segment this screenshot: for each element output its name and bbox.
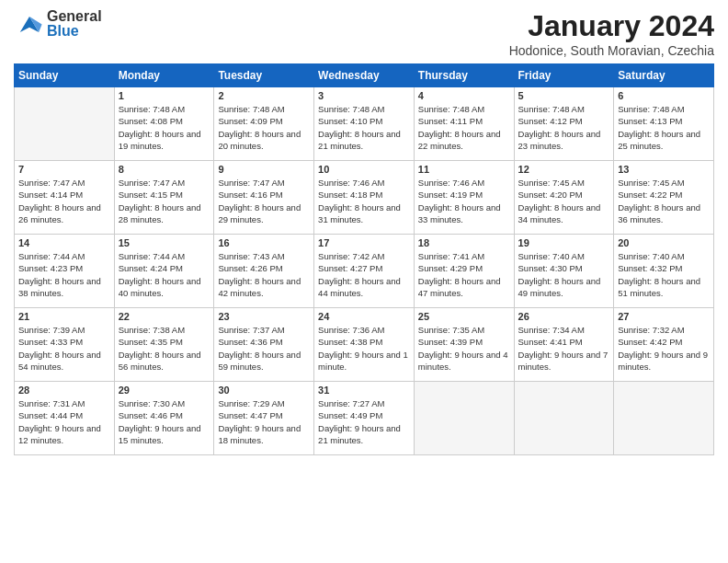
day-number: 17 [318,237,410,248]
day-info: Sunrise: 7:34 AM Sunset: 4:41 PM Dayligh… [518,324,610,373]
day-info: Sunrise: 7:47 AM Sunset: 4:15 PM Dayligh… [119,177,210,225]
day-number: 15 [119,237,210,248]
calendar-cell: 28Sunrise: 7:31 AM Sunset: 4:44 PM Dayli… [15,382,115,455]
day-info: Sunrise: 7:32 AM Sunset: 4:42 PM Dayligh… [618,324,710,373]
calendar-cell: 29Sunrise: 7:30 AM Sunset: 4:46 PM Dayli… [114,382,214,455]
logo: General Blue [14,9,102,39]
calendar-cell [514,382,614,455]
calendar-cell: 11Sunrise: 7:46 AM Sunset: 4:19 PM Dayli… [414,161,514,235]
calendar-week-row: 14Sunrise: 7:44 AM Sunset: 4:23 PM Dayli… [15,235,714,308]
weekday-header: Saturday [614,64,714,87]
day-number: 13 [618,164,710,175]
day-number: 2 [218,90,310,101]
day-number: 22 [119,311,210,322]
weekday-header: Tuesday [214,64,314,87]
day-number: 7 [18,164,110,175]
day-number: 5 [518,90,610,101]
day-number: 24 [318,311,410,322]
calendar-cell: 26Sunrise: 7:34 AM Sunset: 4:41 PM Dayli… [514,308,614,382]
weekday-header: Wednesday [314,64,415,87]
calendar-cell: 20Sunrise: 7:40 AM Sunset: 4:32 PM Dayli… [614,235,714,308]
day-info: Sunrise: 7:48 AM Sunset: 4:10 PM Dayligh… [318,103,410,152]
day-number: 29 [119,385,210,396]
day-number: 23 [218,311,310,322]
calendar-cell: 19Sunrise: 7:40 AM Sunset: 4:30 PM Dayli… [514,235,614,308]
day-number: 4 [418,90,510,101]
calendar-cell: 27Sunrise: 7:32 AM Sunset: 4:42 PM Dayli… [614,308,714,382]
calendar-cell: 13Sunrise: 7:45 AM Sunset: 4:22 PM Dayli… [614,161,714,235]
day-number: 12 [518,164,610,175]
calendar-week-row: 1Sunrise: 7:48 AM Sunset: 4:08 PM Daylig… [15,87,714,161]
calendar-cell: 6Sunrise: 7:48 AM Sunset: 4:13 PM Daylig… [614,87,714,161]
day-number: 1 [119,90,210,101]
day-number: 16 [218,237,310,248]
day-number: 30 [218,385,310,396]
day-info: Sunrise: 7:30 AM Sunset: 4:46 PM Dayligh… [119,397,210,446]
day-info: Sunrise: 7:41 AM Sunset: 4:29 PM Dayligh… [418,250,510,299]
day-info: Sunrise: 7:44 AM Sunset: 4:24 PM Dayligh… [119,250,210,299]
calendar-cell: 30Sunrise: 7:29 AM Sunset: 4:47 PM Dayli… [214,382,314,455]
day-number: 3 [318,90,410,101]
calendar-cell: 5Sunrise: 7:48 AM Sunset: 4:12 PM Daylig… [514,87,614,161]
weekday-header: Friday [514,64,614,87]
day-info: Sunrise: 7:31 AM Sunset: 4:44 PM Dayligh… [18,397,110,446]
day-info: Sunrise: 7:42 AM Sunset: 4:27 PM Dayligh… [318,250,410,299]
calendar-cell: 17Sunrise: 7:42 AM Sunset: 4:27 PM Dayli… [314,235,415,308]
day-info: Sunrise: 7:46 AM Sunset: 4:19 PM Dayligh… [418,177,510,225]
logo-general: General [47,9,102,24]
calendar-week-row: 7Sunrise: 7:47 AM Sunset: 4:14 PM Daylig… [15,161,714,235]
day-number: 19 [518,237,610,248]
calendar-cell: 2Sunrise: 7:48 AM Sunset: 4:09 PM Daylig… [214,87,314,161]
day-number: 20 [618,237,710,248]
calendar-cell: 9Sunrise: 7:47 AM Sunset: 4:16 PM Daylig… [214,161,314,235]
day-info: Sunrise: 7:48 AM Sunset: 4:11 PM Dayligh… [418,103,510,152]
day-number: 27 [618,311,710,322]
day-info: Sunrise: 7:27 AM Sunset: 4:49 PM Dayligh… [318,397,410,446]
calendar-week-row: 21Sunrise: 7:39 AM Sunset: 4:33 PM Dayli… [15,308,714,382]
day-info: Sunrise: 7:46 AM Sunset: 4:18 PM Dayligh… [318,177,410,225]
calendar-cell: 31Sunrise: 7:27 AM Sunset: 4:49 PM Dayli… [314,382,415,455]
calendar-cell: 16Sunrise: 7:43 AM Sunset: 4:26 PM Dayli… [214,235,314,308]
day-info: Sunrise: 7:45 AM Sunset: 4:20 PM Dayligh… [518,177,610,225]
calendar-table: SundayMondayTuesdayWednesdayThursdayFrid… [14,63,714,455]
day-info: Sunrise: 7:29 AM Sunset: 4:47 PM Dayligh… [218,397,310,446]
day-number: 21 [18,311,110,322]
location: Hodonice, South Moravian, Czechia [509,43,714,58]
day-number: 31 [318,385,410,396]
day-info: Sunrise: 7:45 AM Sunset: 4:22 PM Dayligh… [618,177,710,225]
day-info: Sunrise: 7:48 AM Sunset: 4:08 PM Dayligh… [119,103,210,152]
day-info: Sunrise: 7:47 AM Sunset: 4:14 PM Dayligh… [18,177,110,225]
weekday-header: Thursday [414,64,514,87]
logo-icon [14,10,45,38]
calendar-cell: 8Sunrise: 7:47 AM Sunset: 4:15 PM Daylig… [114,161,214,235]
day-info: Sunrise: 7:48 AM Sunset: 4:13 PM Dayligh… [618,103,710,152]
calendar-cell: 15Sunrise: 7:44 AM Sunset: 4:24 PM Dayli… [114,235,214,308]
calendar-cell [614,382,714,455]
day-info: Sunrise: 7:47 AM Sunset: 4:16 PM Dayligh… [218,177,310,225]
day-number: 14 [18,237,110,248]
day-number: 8 [119,164,210,175]
calendar-cell: 21Sunrise: 7:39 AM Sunset: 4:33 PM Dayli… [15,308,115,382]
page-header: General Blue January 2024 Hodonice, Sout… [14,9,714,58]
weekday-header: Monday [114,64,214,87]
day-info: Sunrise: 7:35 AM Sunset: 4:39 PM Dayligh… [418,324,510,373]
month-title: January 2024 [509,9,714,43]
weekday-header: Sunday [15,64,115,87]
calendar-cell: 25Sunrise: 7:35 AM Sunset: 4:39 PM Dayli… [414,308,514,382]
calendar-cell: 7Sunrise: 7:47 AM Sunset: 4:14 PM Daylig… [15,161,115,235]
logo-blue: Blue [47,24,102,39]
calendar-cell: 24Sunrise: 7:36 AM Sunset: 4:38 PM Dayli… [314,308,415,382]
weekday-header-row: SundayMondayTuesdayWednesdayThursdayFrid… [15,64,714,87]
day-number: 10 [318,164,410,175]
day-info: Sunrise: 7:38 AM Sunset: 4:35 PM Dayligh… [119,324,210,373]
day-number: 28 [18,385,110,396]
calendar-cell [414,382,514,455]
day-info: Sunrise: 7:36 AM Sunset: 4:38 PM Dayligh… [318,324,410,373]
calendar-cell: 4Sunrise: 7:48 AM Sunset: 4:11 PM Daylig… [414,87,514,161]
day-info: Sunrise: 7:40 AM Sunset: 4:30 PM Dayligh… [518,250,610,299]
calendar-week-row: 28Sunrise: 7:31 AM Sunset: 4:44 PM Dayli… [15,382,714,455]
day-info: Sunrise: 7:40 AM Sunset: 4:32 PM Dayligh… [618,250,710,299]
day-info: Sunrise: 7:48 AM Sunset: 4:09 PM Dayligh… [218,103,310,152]
calendar-cell: 3Sunrise: 7:48 AM Sunset: 4:10 PM Daylig… [314,87,415,161]
day-info: Sunrise: 7:37 AM Sunset: 4:36 PM Dayligh… [218,324,310,373]
